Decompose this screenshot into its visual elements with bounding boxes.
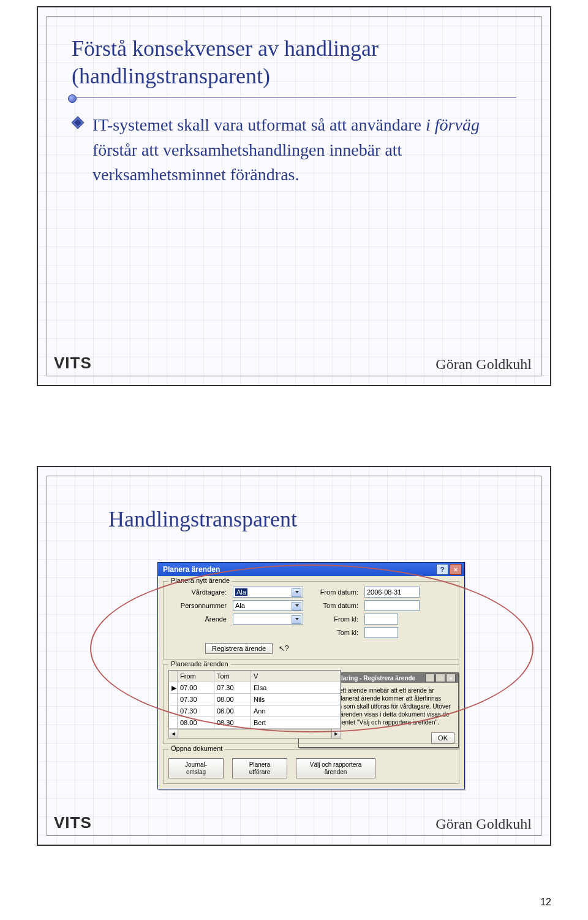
table-row[interactable]: 07.30 08.00 Nils — [169, 694, 341, 705]
footer-right-2: Göran Goldkuhl — [435, 816, 532, 832]
label-tom-kl: Tom kl: — [309, 629, 358, 636]
combo-arende[interactable] — [233, 614, 303, 625]
doc-valj-button[interactable]: Välj och rapportera ärenden — [296, 758, 375, 778]
bullet-item: IT-systemet skall vara utformat så att a… — [72, 113, 516, 188]
app-window: Planera ärenden ? × Planera nytt ärende … — [157, 562, 465, 789]
scroll-left-icon[interactable]: ◄ — [169, 729, 178, 738]
legend-plan-new: Planera nytt ärende — [168, 577, 232, 584]
td — [169, 717, 178, 729]
slide-divider — [72, 97, 516, 98]
th-2: Tom — [214, 671, 251, 682]
legend-planned: Planerade ärenden — [168, 660, 231, 667]
table-row[interactable]: 08.00 08.30 Bert — [169, 717, 341, 729]
slide-2-frame: Handlingstransparent Planera ärenden ? ×… — [47, 476, 541, 836]
td: 08.00 — [214, 694, 251, 705]
bullet-text: IT-systemet skall vara utformat så att a… — [92, 113, 516, 188]
th-1: From — [178, 671, 214, 682]
td — [169, 705, 178, 717]
cursor-help-icon: ↖? — [279, 644, 289, 653]
fieldset-planned: Planerade ärenden From Tom V ▶ 07.00 07.… — [163, 664, 459, 744]
chevron-down-icon — [295, 618, 299, 620]
register-button[interactable]: Registrera ärende — [205, 643, 273, 654]
td: 08.30 — [214, 717, 251, 729]
legend-open-docs: Öppna dokument — [168, 745, 225, 752]
doc-label: Journal- — [185, 761, 207, 768]
help-button[interactable]: ? — [436, 564, 448, 575]
td: 07.30 — [214, 682, 251, 694]
field-from-datum[interactable]: 2006-08-31 — [364, 587, 420, 598]
doc-label: Välj och rapportera — [310, 761, 362, 768]
td: 07.30 — [178, 705, 214, 717]
bullet-text-pre: IT-systemet skall vara utformat så att a… — [92, 115, 426, 134]
label-vardtagare: Vårdtagare: — [168, 588, 227, 596]
td: Ann — [251, 705, 341, 717]
label-tom-datum: Tom datum: — [309, 602, 358, 609]
field-tom-datum[interactable] — [364, 600, 420, 611]
footer-right-1: Göran Goldkuhl — [435, 356, 532, 373]
footer-left-1: VITS — [54, 354, 92, 373]
scroll-track[interactable] — [178, 729, 331, 738]
td: 07.30 — [178, 694, 214, 705]
td: Bert — [251, 717, 341, 729]
td: Nils — [251, 694, 341, 705]
th-3: V — [251, 671, 341, 682]
table-row[interactable]: 07.30 08.00 Ann — [169, 705, 341, 717]
label-from-datum: From datum: — [309, 588, 358, 596]
form-grid: Vårdtagare: Ala From datum: 2006-08-31 P… — [168, 587, 454, 638]
footer-left-2: VITS — [54, 813, 92, 832]
slide-1: Förstå konsekvenser av handlingar (handl… — [37, 6, 551, 386]
page: Förstå konsekvenser av handlingar (handl… — [0, 0, 588, 920]
label-personnummer: Personnummer — [168, 602, 227, 609]
slide-1-frame: Förstå konsekvenser av handlingar (handl… — [47, 16, 541, 376]
td: 08.00 — [214, 705, 251, 717]
doc-label: omslag — [186, 769, 206, 775]
window-title: Planera ärenden — [163, 565, 220, 574]
bullet-text-em: i förväg — [426, 115, 480, 134]
td: 07.00 — [178, 682, 214, 694]
scrollbar[interactable]: ◄ ► — [168, 729, 341, 739]
table-header: From Tom V — [169, 671, 341, 682]
slide-2: Handlingstransparent Planera ärenden ? ×… — [37, 466, 551, 846]
row-marker-icon: ▶ — [169, 682, 178, 694]
th-0 — [169, 671, 178, 682]
titlebar[interactable]: Planera ärenden ? × — [158, 563, 464, 576]
doc-planera-button[interactable]: Planera utförare — [232, 758, 287, 778]
doc-label: ärenden — [325, 769, 347, 775]
chevron-down-icon — [295, 591, 299, 593]
label-from-kl: From kl: — [309, 615, 358, 623]
table-planned[interactable]: From Tom V ▶ 07.00 07.30 Elsa 07.30 — [168, 670, 341, 729]
td: Elsa — [251, 682, 341, 694]
field-tom-kl[interactable] — [364, 627, 398, 638]
label-arende: Ärende — [168, 615, 227, 623]
combo-vardtagare[interactable]: Ala — [233, 587, 303, 598]
combo-personnummer[interactable]: Ala — [233, 600, 303, 611]
page-number: 12 — [540, 897, 551, 908]
fieldset-plan-new: Planera nytt ärende Vårdtagare: Ala From… — [163, 581, 459, 660]
doc-label: Planera — [249, 761, 270, 768]
close-button[interactable]: × — [450, 564, 462, 575]
td — [169, 694, 178, 705]
diamond-icon — [72, 116, 84, 129]
combo-vardtagare-value: Ala — [235, 588, 247, 596]
fieldset-open-docs: Öppna dokument Journal- omslag Planera u… — [163, 749, 459, 784]
doc-label: utförare — [249, 769, 270, 775]
slide-1-title: Förstå konsekvenser av handlingar (handl… — [72, 35, 516, 90]
combo-personnummer-value: Ala — [235, 602, 245, 609]
chevron-down-icon — [295, 604, 299, 607]
doc-journal-button[interactable]: Journal- omslag — [168, 758, 224, 778]
slide-2-title: Handlingstransparent — [108, 506, 516, 533]
bullet-text-post: förstår att verksamhetshandlingen innebä… — [92, 140, 402, 184]
field-from-kl[interactable] — [364, 614, 398, 625]
td: 08.00 — [178, 717, 214, 729]
scroll-right-icon[interactable]: ► — [331, 729, 341, 738]
table-row[interactable]: ▶ 07.00 07.30 Elsa — [169, 682, 341, 694]
